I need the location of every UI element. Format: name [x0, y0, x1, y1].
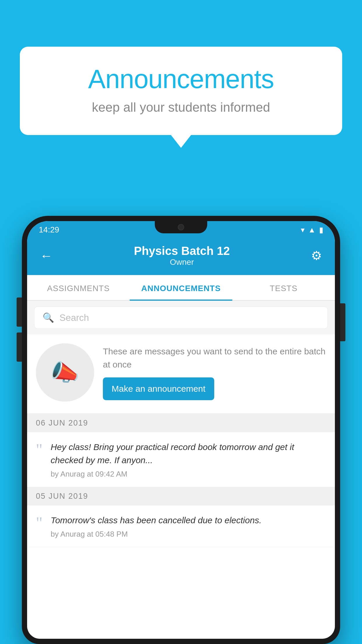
- search-bar-container: 🔍 Search: [27, 301, 335, 335]
- megaphone-icon: 📣: [50, 359, 80, 386]
- promo-icon-circle: 📣: [36, 343, 94, 402]
- power-button[interactable]: [340, 303, 345, 341]
- status-time: 14:29: [39, 225, 59, 235]
- front-camera: [178, 224, 184, 230]
- status-icons: ▾ ▲ ▮: [301, 225, 323, 235]
- batch-title: Physics Batch 12: [53, 244, 311, 258]
- announcement-content-1: Hey class! Bring your practical record b…: [51, 440, 326, 479]
- search-placeholder: Search: [59, 312, 89, 323]
- announcement-meta-1: by Anurag at 09:42 AM: [51, 470, 326, 479]
- header-title-area: Physics Batch 12 Owner: [53, 244, 311, 267]
- speech-bubble-section: Announcements keep all your students inf…: [20, 47, 342, 135]
- tab-tests[interactable]: TESTS: [232, 275, 335, 300]
- phone-notch: [155, 221, 207, 233]
- batch-subtitle: Owner: [53, 258, 311, 267]
- make-announcement-button[interactable]: Make an announcement: [103, 377, 214, 400]
- bubble-title: Announcements: [43, 64, 319, 94]
- quote-icon-2: ": [36, 515, 43, 531]
- announcement-text-2: Tomorrow's class has been cancelled due …: [51, 514, 261, 527]
- promo-description: These are messages you want to send to t…: [103, 345, 326, 371]
- volume-down-button[interactable]: [17, 332, 22, 362]
- volume-up-button[interactable]: [17, 298, 22, 327]
- date-separator-2: 05 JUN 2019: [27, 487, 335, 505]
- wifi-icon: ▾: [301, 225, 305, 235]
- announcement-promo: 📣 These are messages you want to send to…: [27, 335, 335, 414]
- search-bar[interactable]: 🔍 Search: [34, 307, 328, 329]
- announcement-item-2[interactable]: " Tomorrow's class has been cancelled du…: [27, 505, 335, 547]
- announcement-item-1[interactable]: " Hey class! Bring your practical record…: [27, 432, 335, 487]
- content-area: 🔍 Search 📣 These are messages you want t…: [27, 301, 335, 639]
- promo-content: These are messages you want to send to t…: [103, 345, 326, 400]
- tab-announcements[interactable]: ANNOUNCEMENTS: [130, 275, 232, 300]
- announcement-meta-2: by Anurag at 05:48 PM: [51, 530, 261, 539]
- search-icon: 🔍: [43, 312, 54, 323]
- speech-bubble: Announcements keep all your students inf…: [20, 47, 342, 135]
- signal-icon: ▲: [308, 225, 316, 235]
- phone-screen: 14:29 ▾ ▲ ▮ ← Physics Batch 12 Owner ⚙ A…: [27, 221, 335, 639]
- app-header: ← Physics Batch 12 Owner ⚙: [27, 239, 335, 275]
- battery-icon: ▮: [319, 225, 323, 235]
- bubble-subtitle: keep all your students informed: [43, 100, 319, 115]
- announcement-content-2: Tomorrow's class has been cancelled due …: [51, 514, 261, 539]
- back-button[interactable]: ←: [40, 249, 53, 263]
- tab-assignments[interactable]: ASSIGNMENTS: [27, 275, 130, 300]
- phone-device: 14:29 ▾ ▲ ▮ ← Physics Batch 12 Owner ⚙ A…: [22, 216, 340, 644]
- settings-button[interactable]: ⚙: [311, 249, 322, 263]
- announcement-text-1: Hey class! Bring your practical record b…: [51, 440, 326, 467]
- tabs-bar: ASSIGNMENTS ANNOUNCEMENTS TESTS: [27, 275, 335, 301]
- date-separator-1: 06 JUN 2019: [27, 414, 335, 432]
- quote-icon-1: ": [36, 442, 43, 458]
